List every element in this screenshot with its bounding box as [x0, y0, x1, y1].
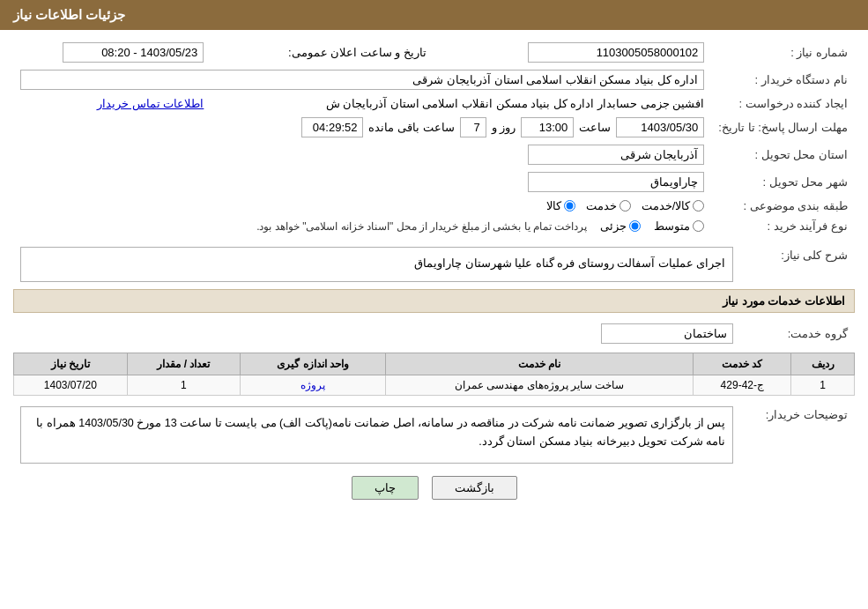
process-row: نوع فرآیند خرید : متوسط جزئی پرداخت تمام… — [13, 216, 855, 236]
date-label: تاریخ و ساعت اعلان عمومی: — [288, 46, 427, 59]
creator-row: ایجاد کننده درخواست : افشین جزمی حسابدار… — [13, 93, 855, 114]
category-khidmat[interactable]: خدمت — [586, 199, 631, 212]
creator-value-cell: افشین جزمی حسابدار اداره کل بنیاد مسکن ا… — [211, 93, 711, 114]
services-section-title: اطلاعات خدمات مورد نیاز — [13, 289, 855, 313]
province-value: آذربایجان شرقی — [528, 145, 704, 165]
buyer-value-cell: اداره کل بنیاد مسکن انقلاب اسلامی استان … — [13, 66, 711, 93]
city-label: شهر محل تحویل : — [711, 168, 855, 196]
creator-label: ایجاد کننده درخواست : — [711, 93, 855, 114]
province-value-cell: آذربایجان شرقی — [13, 141, 711, 168]
category-kala-khidmat[interactable]: کالا/خدمت — [642, 199, 705, 212]
services-table-body: 1 ج-42-429 ساخت سایر پروژه‌های مهندسی عم… — [14, 375, 855, 396]
notes-value: پس از بارگزاری تصویر ضمانت نامه شرکت در … — [20, 406, 733, 464]
deadline-time-label: ساعت — [579, 121, 611, 134]
notes-label: توضیحات خریدار: — [740, 403, 855, 467]
row-unit: پروژه — [241, 375, 386, 396]
contact-link[interactable]: اطلاعات تماس خریدار — [97, 97, 204, 110]
content-area: شماره نیاز : 1103005058000102 تاریخ و سا… — [0, 30, 868, 522]
col-quantity: تعداد / مقدار — [127, 353, 241, 375]
category-row: طبقه بندی موضوعی : کالا/خدمت خدمت کالا — [13, 196, 855, 216]
process-note: پرداخت تمام یا بخشی از مبلغ خریدار از مح… — [256, 220, 587, 233]
process-jozii[interactable]: جزئی — [600, 219, 641, 233]
print-button[interactable]: چاپ — [352, 476, 419, 500]
notes-table: توضیحات خریدار: پس از بارگزاری تصویر ضما… — [13, 403, 855, 467]
description-label: شرح کلی نیاز: — [740, 243, 855, 286]
page-container: جزئیات اطلاعات نیاز شماره نیاز : 1103005… — [0, 0, 868, 609]
service-group-row: گروه خدمت: ساختمان — [13, 320, 855, 347]
buyer-row: نام دستگاه خریدار : اداره کل بنیاد مسکن … — [13, 66, 855, 93]
info-table: شماره نیاز : 1103005058000102 تاریخ و سا… — [13, 39, 855, 236]
description-value: اجرای عملیات آسفالت روستای فره گناه علیا… — [20, 247, 733, 282]
deadline-days: 7 — [460, 117, 486, 137]
service-group-value: ساختمان — [601, 323, 733, 344]
col-row: ردیف — [791, 353, 855, 375]
buyer-label: نام دستگاه خریدار : — [711, 66, 855, 93]
deadline-row: مهلت ارسال پاسخ: تا تاریخ: 1403/05/30 سا… — [13, 114, 855, 141]
category-value-cell: کالا/خدمت خدمت کالا — [13, 196, 711, 216]
notes-value-cell: پس از بارگزاری تصویر ضمانت نامه شرکت در … — [13, 403, 740, 467]
need-number-value-cell: 1103005058000102 — [434, 39, 711, 66]
category-label: طبقه بندی موضوعی : — [711, 196, 855, 216]
category-kala[interactable]: کالا — [546, 199, 575, 212]
buyer-value: اداره کل بنیاد مسکن انقلاب اسلامی استان … — [20, 70, 704, 90]
description-value-cell: اجرای عملیات آسفالت روستای فره گناه علیا… — [13, 243, 740, 286]
col-name: نام خدمت — [385, 353, 693, 375]
deadline-label: مهلت ارسال پاسخ: تا تاریخ: — [711, 114, 855, 141]
process-label: نوع فرآیند خرید : — [711, 216, 855, 236]
deadline-remaining: 04:29:52 — [301, 117, 363, 137]
date-value: 1403/05/23 - 08:20 — [63, 42, 204, 63]
deadline-remaining-label: ساعت باقی مانده — [368, 121, 454, 134]
city-value: چاراویماق — [528, 172, 704, 192]
description-row: شرح کلی نیاز: اجرای عملیات آسفالت روستای… — [13, 243, 855, 286]
services-table: ردیف کد خدمت نام خدمت واحد اندازه گیری ت… — [13, 353, 855, 396]
need-number-label: شماره نیاز : — [711, 39, 855, 66]
province-label: استان محل تحویل : — [711, 141, 855, 168]
date-label-cell: تاریخ و ساعت اعلان عمومی: — [211, 39, 434, 66]
city-value-cell: چاراویماق — [13, 168, 711, 196]
row-quantity: 1 — [127, 375, 241, 396]
row-number: 1 — [791, 375, 855, 396]
province-row: استان محل تحویل : آذربایجان شرقی — [13, 141, 855, 168]
need-number-row: شماره نیاز : 1103005058000102 تاریخ و سا… — [13, 39, 855, 66]
creator-value: افشین جزمی حسابدار اداره کل بنیاد مسکن ا… — [326, 97, 705, 110]
button-bar: بازگشت چاپ — [13, 476, 855, 513]
deadline-date: 1403/05/30 — [616, 117, 704, 137]
service-group-label: گروه خدمت: — [740, 320, 855, 347]
city-row: شهر محل تحویل : چاراویماق — [13, 168, 855, 196]
col-unit: واحد اندازه گیری — [241, 353, 386, 375]
col-date: تاریخ نیاز — [14, 353, 128, 375]
process-motavaset[interactable]: متوسط — [654, 219, 704, 233]
back-button[interactable]: بازگشت — [432, 476, 517, 500]
row-date: 1403/07/20 — [14, 375, 128, 396]
page-title: جزئیات اطلاعات نیاز — [13, 7, 125, 22]
notes-row: توضیحات خریدار: پس از بارگزاری تصویر ضما… — [13, 403, 855, 467]
service-group-value-cell: ساختمان — [13, 320, 740, 347]
row-code: ج-42-429 — [694, 375, 791, 396]
date-value-cell: 1403/05/23 - 08:20 — [13, 39, 211, 66]
deadline-days-label: روز و — [492, 121, 516, 134]
description-table: شرح کلی نیاز: اجرای عملیات آسفالت روستای… — [13, 243, 855, 286]
process-value-cell: متوسط جزئی پرداخت تمام یا بخشی از مبلغ خ… — [13, 216, 711, 236]
page-header: جزئیات اطلاعات نیاز — [0, 0, 868, 30]
row-name: ساخت سایر پروژه‌های مهندسی عمران — [385, 375, 693, 396]
col-code: کد خدمت — [694, 353, 791, 375]
deadline-time: 13:00 — [521, 117, 574, 137]
need-number-value: 1103005058000102 — [528, 42, 704, 63]
services-header-row: ردیف کد خدمت نام خدمت واحد اندازه گیری ت… — [14, 353, 855, 375]
contact-link-cell: اطلاعات تماس خریدار — [13, 93, 211, 114]
table-row: 1 ج-42-429 ساخت سایر پروژه‌های مهندسی عم… — [14, 375, 855, 396]
service-group-table: گروه خدمت: ساختمان — [13, 320, 855, 347]
services-table-head: ردیف کد خدمت نام خدمت واحد اندازه گیری ت… — [14, 353, 855, 375]
deadline-value-cell: 1403/05/30 ساعت 13:00 روز و 7 ساعت باقی … — [13, 114, 711, 141]
